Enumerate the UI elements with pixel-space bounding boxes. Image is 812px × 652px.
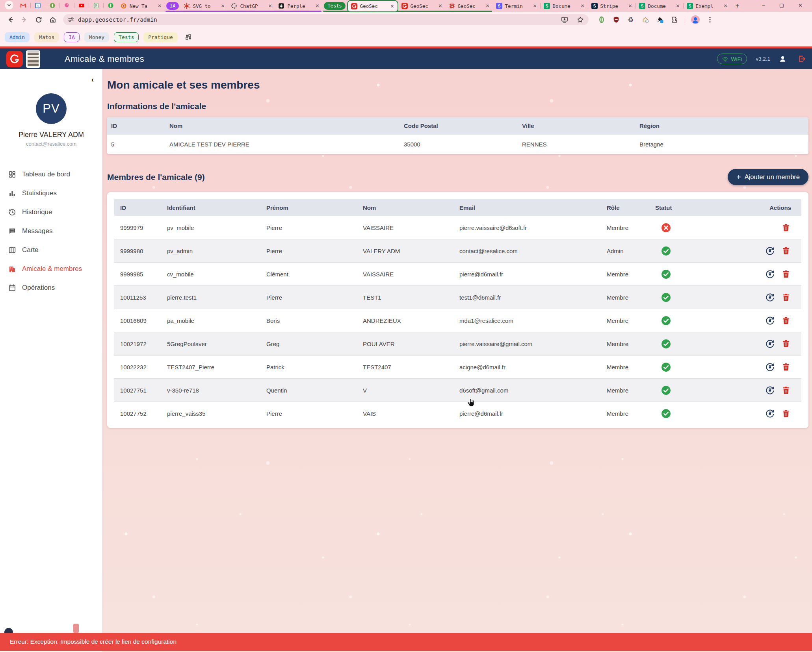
saved-group-chip-tests[interactable]: Tests bbox=[114, 32, 139, 42]
pinned-tab-google-calendar[interactable]: 1 bbox=[31, 1, 45, 10]
home-icon[interactable] bbox=[46, 13, 59, 26]
install-app-icon[interactable] bbox=[559, 14, 570, 26]
reload-icon[interactable] bbox=[32, 13, 45, 26]
browser-tab[interactable]: SExempl✕ bbox=[684, 1, 731, 11]
browser-tab-active[interactable]: GeoSec✕ bbox=[347, 0, 398, 12]
pinned-tab-youtube[interactable] bbox=[75, 1, 88, 10]
delete-member-icon[interactable] bbox=[781, 385, 791, 395]
tab-close-icon[interactable]: ✕ bbox=[533, 4, 537, 8]
saved-group-chip-pratique[interactable]: Pratique bbox=[143, 32, 178, 42]
browser-tab[interactable]: SVG to✕ bbox=[180, 1, 228, 11]
extensions-puzzle-icon[interactable] bbox=[669, 14, 680, 26]
back-icon[interactable] bbox=[4, 13, 17, 26]
pinned-tab-design-tool[interactable] bbox=[60, 1, 74, 10]
saved-group-chip-admin[interactable]: Admin bbox=[5, 32, 30, 42]
reset-password-icon[interactable] bbox=[765, 408, 775, 419]
reset-password-icon[interactable] bbox=[765, 292, 775, 302]
reset-password-icon[interactable] bbox=[765, 385, 775, 395]
delete-member-icon[interactable] bbox=[781, 269, 791, 279]
sidebar-item-dashboard[interactable]: Tableau de bord bbox=[0, 165, 102, 184]
reset-password-icon[interactable] bbox=[765, 315, 775, 326]
browser-tab[interactable]: New Ta✕ bbox=[117, 1, 165, 11]
url-text[interactable]: dapp.geosector.fr/admin bbox=[78, 17, 555, 23]
delete-member-icon[interactable] bbox=[781, 292, 791, 302]
saved-group-chip-matos[interactable]: Matos bbox=[34, 32, 59, 42]
tab-close-icon[interactable]: ✕ bbox=[486, 4, 490, 8]
extension-leaf-icon[interactable] bbox=[596, 14, 608, 26]
status-inactive-icon[interactable] bbox=[661, 223, 671, 233]
pinned-tab-mate[interactable] bbox=[46, 1, 59, 10]
add-member-button[interactable]: + Ajouter un membre bbox=[728, 169, 808, 185]
user-account-icon[interactable] bbox=[779, 55, 786, 63]
tab-close-icon[interactable]: ✕ bbox=[628, 4, 632, 8]
sidebar-item-history[interactable]: Historique bbox=[0, 203, 102, 222]
extension-recycle-icon[interactable]: ♻ bbox=[625, 14, 637, 26]
tab-group-chip-ia[interactable]: IA bbox=[166, 2, 179, 10]
reset-password-icon[interactable] bbox=[765, 339, 775, 349]
status-active-icon[interactable] bbox=[661, 293, 671, 302]
bookmark-star-icon[interactable] bbox=[574, 14, 586, 26]
saved-group-chip-ia[interactable]: IA bbox=[64, 32, 80, 42]
tab-close-icon[interactable]: ✕ bbox=[315, 4, 319, 8]
browser-tab[interactable]: SDocume✕ bbox=[636, 1, 683, 11]
browser-tab[interactable]: GeoSec✕ bbox=[446, 1, 493, 11]
status-active-icon[interactable] bbox=[661, 246, 671, 256]
browser-tab[interactable]: SDocume✕ bbox=[541, 1, 588, 11]
browser-menu-kebab-icon[interactable] bbox=[704, 14, 716, 26]
reset-password-icon[interactable] bbox=[765, 269, 775, 279]
reset-password-icon[interactable] bbox=[765, 362, 775, 372]
scrollbar-thumb[interactable] bbox=[73, 624, 79, 633]
sidebar-item-chat[interactable]: Messages bbox=[0, 222, 102, 241]
tab-group-chip-tests[interactable]: Tests bbox=[324, 2, 345, 10]
new-tab-button[interactable]: + bbox=[732, 1, 743, 11]
sidebar-collapse-chevron[interactable]: ‹ bbox=[91, 76, 94, 83]
browser-tab[interactable]: SStripe✕ bbox=[588, 1, 635, 11]
window-minimize-icon[interactable]: – bbox=[762, 2, 765, 8]
status-active-icon[interactable] bbox=[661, 362, 671, 372]
tab-close-icon[interactable]: ✕ bbox=[581, 4, 585, 8]
profile-avatar-icon[interactable] bbox=[689, 14, 701, 26]
extension-home-badge-icon[interactable]: 1 bbox=[639, 14, 651, 26]
forward-icon[interactable] bbox=[18, 13, 31, 26]
tab-close-icon[interactable]: ✕ bbox=[724, 4, 728, 8]
tab-close-icon[interactable]: ✕ bbox=[439, 4, 442, 8]
tab-close-icon[interactable]: ✕ bbox=[390, 4, 394, 9]
delete-member-icon[interactable] bbox=[781, 408, 791, 419]
pinned-tab-messenger-green[interactable] bbox=[104, 1, 117, 10]
delete-member-icon[interactable] bbox=[781, 362, 791, 372]
status-active-icon[interactable] bbox=[661, 339, 671, 349]
apps-grid-icon[interactable] bbox=[182, 31, 194, 43]
window-maximize-icon[interactable]: ▢ bbox=[779, 2, 784, 8]
status-active-icon[interactable] bbox=[661, 316, 671, 326]
status-active-icon[interactable] bbox=[661, 269, 671, 279]
browser-tab[interactable]: Perple✕ bbox=[275, 1, 322, 11]
tab-close-icon[interactable]: ✕ bbox=[676, 4, 680, 8]
tab-close-icon[interactable]: ✕ bbox=[158, 4, 162, 8]
sidebar-item-map[interactable]: Carte bbox=[0, 241, 102, 259]
delete-member-icon[interactable] bbox=[781, 222, 791, 233]
pinned-tab-notes[interactable] bbox=[89, 1, 103, 10]
browser-tab[interactable]: ChatGP✕ bbox=[228, 1, 275, 11]
window-close-icon[interactable]: ✕ bbox=[798, 2, 803, 8]
pinned-tab-gmail[interactable] bbox=[17, 1, 30, 10]
site-settings-icon[interactable] bbox=[68, 17, 74, 23]
extension-pin-icon[interactable] bbox=[654, 14, 666, 26]
status-active-icon[interactable] bbox=[661, 385, 671, 395]
extension-shield-icon[interactable] bbox=[610, 14, 622, 26]
sidebar-item-calendar[interactable]: Opérations bbox=[0, 278, 102, 297]
saved-group-chip-money[interactable]: Money bbox=[84, 32, 109, 42]
logout-icon[interactable] bbox=[798, 55, 806, 63]
browser-tab[interactable]: STermin✕ bbox=[493, 1, 540, 11]
delete-member-icon[interactable] bbox=[781, 246, 791, 256]
tab-close-icon[interactable]: ✕ bbox=[268, 4, 272, 8]
reset-password-icon[interactable] bbox=[765, 246, 775, 256]
delete-member-icon[interactable] bbox=[781, 339, 791, 349]
address-bar[interactable]: dapp.geosector.fr/admin bbox=[63, 14, 589, 25]
delete-member-icon[interactable] bbox=[781, 315, 791, 326]
sidebar-item-building[interactable]: Amicale & membres bbox=[0, 259, 102, 278]
tab-search-chevron-icon[interactable] bbox=[5, 1, 13, 9]
tab-close-icon[interactable]: ✕ bbox=[221, 4, 225, 8]
sidebar-item-bar-chart[interactable]: Statistiques bbox=[0, 184, 102, 203]
browser-tab[interactable]: GeoSec✕ bbox=[398, 1, 446, 11]
status-active-icon[interactable] bbox=[661, 409, 671, 419]
